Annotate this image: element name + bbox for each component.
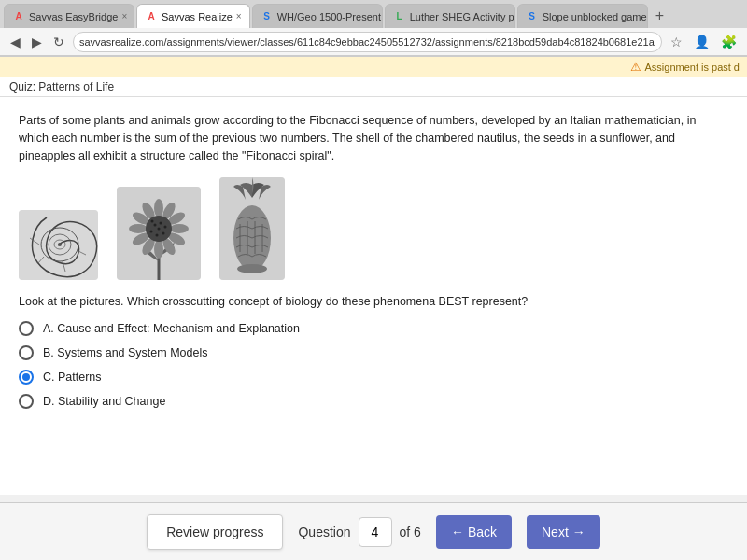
tab-whgeo[interactable]: S WH/Geo 1500-Present × (252, 4, 383, 28)
passage-text: Parts of some plants and animals grow ac… (19, 112, 728, 164)
tab-easybridge[interactable]: A Savvas EasyBridge × (4, 4, 134, 28)
tab-close-easybridge[interactable]: × (121, 11, 127, 21)
tab-bar: A Savvas EasyBridge × A Savvas Realize ×… (0, 0, 747, 28)
fibonacci-images-row (19, 177, 728, 280)
svg-point-28 (156, 234, 159, 237)
tab-label-slope: Slope unblocked game (543, 11, 647, 22)
svg-point-4 (58, 243, 62, 246)
tab-favicon-luther: L (393, 10, 406, 23)
option-a[interactable]: A. Cause and Effect: Mechanism and Expla… (19, 321, 728, 336)
back-arrow-icon: ← (451, 525, 464, 539)
radio-c[interactable] (19, 370, 34, 385)
tab-label-realize: Savvas Realize (162, 11, 233, 22)
tab-luther[interactable]: L Luther SHEG Activity p... × (385, 4, 515, 28)
assignment-alert-text: Assignment is past d (645, 62, 740, 73)
tab-slope[interactable]: S Slope unblocked game × (517, 4, 648, 28)
radio-c-inner (22, 373, 30, 381)
radio-b[interactable] (19, 345, 34, 360)
reload-button[interactable]: ↻ (50, 35, 67, 49)
svg-point-27 (162, 232, 165, 235)
radio-a[interactable] (19, 321, 34, 336)
option-b[interactable]: B. Systems and System Models (19, 345, 728, 360)
tab-label-whgeo: WH/Geo 1500-Present (277, 11, 381, 22)
of-total-label: of 6 (400, 525, 421, 539)
radio-d[interactable] (19, 394, 34, 409)
pineapple-image (219, 177, 285, 280)
back-label: Back (468, 525, 497, 539)
url-bar[interactable] (73, 32, 662, 52)
new-tab-button[interactable]: + (650, 7, 669, 24)
next-button[interactable]: Next → (527, 515, 600, 549)
back-nav-button[interactable]: ◀ (7, 35, 23, 49)
svg-point-34 (237, 264, 267, 273)
back-button[interactable]: ← Back (436, 515, 512, 549)
tab-favicon-realize: A (145, 10, 158, 23)
question-navigator: Question of 6 (298, 517, 420, 547)
tab-favicon-whgeo: S (261, 10, 274, 23)
browser-chrome: A Savvas EasyBridge × A Savvas Realize ×… (0, 0, 747, 57)
svg-point-26 (164, 226, 167, 229)
option-c-label: C. Patterns (43, 371, 102, 384)
svg-point-11 (154, 199, 163, 217)
forward-nav-button[interactable]: ▶ (29, 35, 45, 49)
tab-favicon-slope: S (526, 10, 539, 23)
extensions-icon[interactable]: 🧩 (718, 35, 740, 49)
option-a-label: A. Cause and Effect: Mechanism and Expla… (43, 322, 300, 335)
tab-realize[interactable]: A Savvas Realize × (136, 4, 250, 28)
quiz-title: Quiz: Patterns of Life (9, 80, 114, 93)
sunflower-image (117, 187, 201, 280)
option-d-label: D. Stability and Change (43, 395, 165, 408)
quiz-label-bar: Quiz: Patterns of Life (0, 77, 747, 97)
bottom-navigation-bar: Review progress Question of 6 ← Back Nex… (0, 502, 747, 560)
assignment-alert-bar: ⚠ Assignment is past d (0, 57, 747, 77)
tab-favicon-easybridge: A (12, 10, 25, 23)
review-progress-label: Review progress (166, 525, 263, 539)
svg-point-31 (158, 228, 161, 231)
warning-icon: ⚠ (630, 60, 641, 74)
option-d[interactable]: D. Stability and Change (19, 394, 728, 409)
svg-point-24 (154, 224, 157, 227)
tab-label-luther: Luther SHEG Activity p... (410, 11, 515, 22)
bookmark-icon[interactable]: ☆ (668, 35, 685, 49)
svg-point-14 (170, 224, 189, 233)
option-b-label: B. Systems and System Models (43, 346, 207, 359)
svg-point-17 (154, 240, 163, 259)
address-bar: ◀ ▶ ↻ ☆ 👤 🧩 (0, 28, 747, 56)
next-label: Next (542, 525, 569, 539)
tab-label-easybridge: Savvas EasyBridge (29, 11, 118, 22)
review-progress-button[interactable]: Review progress (147, 514, 283, 550)
tab-close-realize[interactable]: × (236, 11, 242, 21)
svg-point-20 (129, 224, 148, 233)
answer-options: A. Cause and Effect: Mechanism and Expla… (19, 321, 728, 409)
question-label: Question (298, 525, 350, 539)
svg-point-25 (160, 222, 162, 225)
next-arrow-icon: → (572, 525, 585, 539)
svg-point-29 (150, 231, 153, 233)
main-content-area: Parts of some plants and animals grow ac… (0, 97, 747, 495)
question-number-input[interactable] (359, 517, 392, 547)
profile-icon[interactable]: 👤 (691, 35, 712, 49)
option-c[interactable]: C. Patterns (19, 370, 728, 385)
question-text: Look at the pictures. Which crosscutting… (19, 295, 728, 308)
svg-point-30 (151, 220, 154, 223)
nautilus-image (19, 210, 98, 280)
